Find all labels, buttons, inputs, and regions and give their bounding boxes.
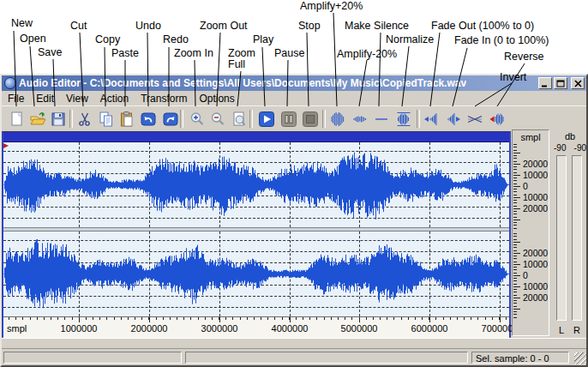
toolbar-undo-button[interactable] <box>139 109 158 129</box>
amplitude-scale-label: 20000 <box>523 159 548 168</box>
toolbar-redo-button[interactable] <box>161 109 180 129</box>
toolbar-zoom-in-button[interactable] <box>188 109 207 129</box>
toolbar-fade-in-button[interactable] <box>444 109 463 129</box>
toolbar-separator <box>249 110 253 128</box>
fade-out-icon <box>423 111 440 128</box>
make-silence-icon <box>373 111 390 128</box>
status-panel-2 <box>185 352 468 364</box>
amplitude-scale-label: 20000 <box>523 249 548 257</box>
menu-item-transform[interactable]: Transform <box>135 92 193 105</box>
waveform-canvas-2[interactable] <box>3 232 509 316</box>
waveform-canvas-1[interactable] <box>3 142 509 227</box>
horizontal-scrollbar[interactable] <box>2 338 586 349</box>
amplify-plus-icon <box>329 111 346 128</box>
toolbar-separator <box>322 110 326 128</box>
time-ruler-label: 3000000 <box>189 323 249 334</box>
menu-item-file[interactable]: File <box>2 92 30 105</box>
annotation-label: Reverse <box>504 51 544 63</box>
annotation-label: Cut <box>70 21 87 32</box>
amplify-minus-icon <box>351 111 369 128</box>
toolbar-paste-button[interactable] <box>117 109 136 129</box>
maximize-icon <box>556 80 565 87</box>
meter-label-right: R <box>572 325 582 335</box>
copy-icon <box>98 111 115 128</box>
save-icon <box>50 111 67 128</box>
sample-ruler: smpl 10000002000000300000040000005000000… <box>3 316 509 338</box>
toolbar-copy-button[interactable] <box>97 109 116 129</box>
annotation-label: Make Silence <box>345 21 409 32</box>
overview-position-bar[interactable] <box>3 132 509 142</box>
toolbar-new-button[interactable] <box>8 109 27 129</box>
amplitude-scale-channel-left: 200001000001000020000 <box>513 143 549 228</box>
new-icon <box>9 111 26 128</box>
toolbar-open-button[interactable] <box>28 109 47 129</box>
toolbar-make-silence-button[interactable] <box>372 109 391 129</box>
annotation-label: Open <box>20 33 46 45</box>
close-button[interactable] <box>571 77 585 89</box>
toolbar-separator <box>417 110 420 128</box>
toolbar-invert-button[interactable] <box>465 109 484 129</box>
annotation-label: Amplify+20% <box>300 1 363 12</box>
close-icon <box>574 80 582 87</box>
menu-item-options[interactable]: Options <box>193 92 240 105</box>
amplitude-scale-label: 10000 <box>523 260 548 268</box>
open-icon <box>29 111 46 128</box>
toolbar-reverse-button[interactable] <box>488 109 507 129</box>
amplitude-scale-label: 0 <box>523 271 528 280</box>
annotation-label: Zoom In <box>174 48 213 59</box>
waveform-panel: smpl 10000002000000300000040000005000000… <box>2 131 511 338</box>
toolbar-zoom-out-button[interactable] <box>208 109 227 129</box>
screen: NewOpenSaveCutCopyPasteUndoRedoZoom InZo… <box>0 0 588 367</box>
paste-icon <box>118 111 135 128</box>
amplitude-scale-label: 10000 <box>523 193 548 202</box>
toolbar-stop-button[interactable] <box>301 109 320 129</box>
db-scale-row: -90 -90 <box>554 143 586 153</box>
toolbar-normalize-button[interactable] <box>394 109 413 129</box>
play-icon <box>258 111 275 128</box>
toolbar-amplify-minus-button[interactable] <box>351 109 369 129</box>
zoom-out-icon <box>209 111 226 128</box>
annotation-label: Normalize <box>386 34 434 45</box>
waveform-channel-left[interactable] <box>3 142 509 227</box>
toolbar-zoom-full-button[interactable] <box>230 109 249 129</box>
time-ruler-label: 5000000 <box>329 323 389 334</box>
annotation-label: Undo <box>135 21 161 32</box>
annotation-label: Fade Out (100% to 0) <box>431 21 534 32</box>
resize-grip[interactable] <box>574 352 586 364</box>
maximize-button[interactable] <box>554 77 567 89</box>
stop-icon <box>302 111 319 128</box>
minimize-button[interactable] <box>538 77 552 89</box>
toolbar-play-button[interactable] <box>257 109 276 129</box>
audio-editor-window: Audio Editor - C:\Documents and Settings… <box>0 74 588 367</box>
app-icon <box>4 77 16 89</box>
menu-bar: FileEditViewActionTransformOptions <box>2 91 586 106</box>
menu-item-action[interactable]: Action <box>94 92 135 105</box>
annotation-label: New <box>11 18 33 29</box>
menu-item-view[interactable]: View <box>60 92 94 105</box>
undo-icon <box>140 111 157 128</box>
minimize-icon <box>541 80 549 87</box>
title-bar[interactable]: Audio Editor - C:\Documents and Settings… <box>2 75 586 91</box>
amplitude-scale-label: 0 <box>523 182 528 190</box>
toolbar-pause-button[interactable] <box>279 109 298 129</box>
annotation-label: Stop <box>298 21 321 32</box>
toolbar <box>2 105 586 132</box>
toolbar-save-button[interactable] <box>49 109 68 129</box>
annotation-label: Save <box>38 47 63 58</box>
status-bar: Sel. sample: 0 - 0 <box>2 350 586 365</box>
fade-in-icon <box>445 111 462 128</box>
toolbar-cut-button[interactable] <box>75 109 94 129</box>
redo-icon <box>162 111 179 128</box>
toolbar-amplify-plus-button[interactable] <box>328 109 347 129</box>
toolbar-fade-out-button[interactable] <box>422 109 441 129</box>
amplitude-scale-label: 20000 <box>523 293 548 302</box>
amplitude-scale-label: 20000 <box>523 204 548 213</box>
annotation-label: Copy <box>95 34 120 45</box>
zoom-in-icon <box>189 111 206 128</box>
time-ruler-label: 4000000 <box>260 323 320 334</box>
menu-item-edit[interactable]: Edit <box>30 92 60 105</box>
amplitude-scale-header: smpl <box>513 132 549 142</box>
waveform-channel-right[interactable] <box>3 232 509 316</box>
status-panel-1 <box>3 352 182 364</box>
window-controls <box>538 77 585 89</box>
